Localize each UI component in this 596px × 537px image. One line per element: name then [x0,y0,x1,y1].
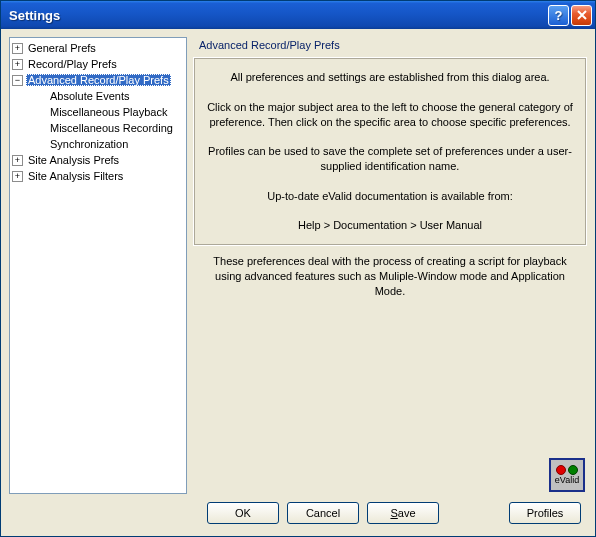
settings-window: Settings ? +General Prefs+Record/Play Pr… [0,0,596,537]
logo-dots [556,465,578,475]
tree-item-label: Record/Play Prefs [26,58,119,70]
pane-title: Advanced Record/Play Prefs [193,37,587,57]
titlebar: Settings ? [1,1,595,29]
intro-line-1: All preferences and settings are establi… [204,70,576,85]
cancel-button[interactable]: Cancel [287,502,359,524]
tree-item-label: Miscellaneous Playback [48,106,169,118]
tree-item-label: Synchronization [48,138,130,150]
main-area: +General Prefs+Record/Play Prefs−Advance… [9,37,587,494]
intro-line-4: Up-to-date eValid documentation is avail… [204,189,576,204]
tree-item[interactable]: Miscellaneous Recording [12,120,184,136]
expand-icon[interactable]: + [12,155,23,166]
content-pane: Advanced Record/Play Prefs All preferenc… [193,37,587,494]
tree-item-label: Site Analysis Prefs [26,154,121,166]
collapse-icon[interactable]: − [12,75,23,86]
logo-label: eValid [555,476,579,485]
tree-item[interactable]: +Site Analysis Prefs [12,152,184,168]
intro-line-2: Click on the major subject area to the l… [204,100,576,130]
evalid-logo: eValid [549,458,585,492]
tree-item-label: Absolute Events [48,90,132,102]
tree-item[interactable]: +Record/Play Prefs [12,56,184,72]
tree-item-label: General Prefs [26,42,98,54]
ok-button[interactable]: OK [207,502,279,524]
save-button[interactable]: Save [367,502,439,524]
dialog-body: +General Prefs+Record/Play Prefs−Advance… [1,29,595,536]
expand-icon[interactable]: + [12,59,23,70]
play-dot-icon [568,465,578,475]
profiles-button[interactable]: Profiles [509,502,581,524]
button-row: OK Cancel Save Profiles [9,494,587,528]
tree-item[interactable]: Synchronization [12,136,184,152]
tree-item[interactable]: +General Prefs [12,40,184,56]
tree-item-label: Miscellaneous Recording [48,122,175,134]
intro-line-3: Profiles can be used to save the complet… [204,144,576,174]
expand-icon[interactable]: + [12,43,23,54]
tree-item[interactable]: +Site Analysis Filters [12,168,184,184]
tree-item-label: Site Analysis Filters [26,170,125,182]
expand-icon[interactable]: + [12,171,23,182]
pane-description: These preferences deal with the process … [193,254,587,299]
tree-item[interactable]: −Advanced Record/Play Prefs [12,72,184,88]
intro-line-5: Help > Documentation > User Manual [204,218,576,233]
window-title: Settings [9,8,546,23]
category-tree[interactable]: +General Prefs+Record/Play Prefs−Advance… [9,37,187,494]
help-button[interactable]: ? [548,5,569,26]
tree-item[interactable]: Absolute Events [12,88,184,104]
intro-group: All preferences and settings are establi… [193,57,587,246]
close-button[interactable] [571,5,592,26]
close-icon [577,10,587,20]
record-dot-icon [556,465,566,475]
tree-item[interactable]: Miscellaneous Playback [12,104,184,120]
tree-item-label: Advanced Record/Play Prefs [26,74,171,86]
